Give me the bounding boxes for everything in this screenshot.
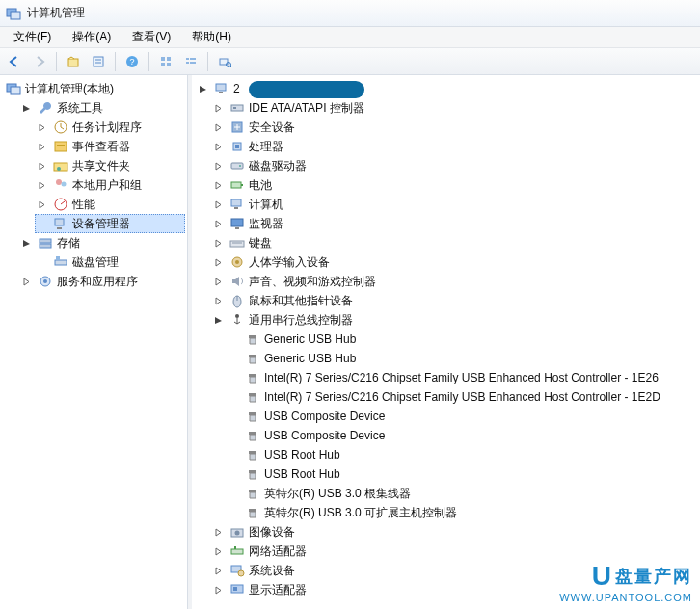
sidebar-storage[interactable]: 存储	[19, 233, 185, 252]
svg-rect-31	[40, 239, 51, 243]
usb-device[interactable]: USB Root Hub	[227, 464, 698, 484]
expander-closed-icon[interactable]	[37, 142, 47, 152]
expander-closed-icon[interactable]	[37, 161, 47, 172]
folder-shared-icon	[53, 158, 68, 173]
devcat-label: 图像设备	[249, 523, 295, 541]
svg-rect-50	[231, 219, 243, 226]
svg-rect-30	[57, 227, 62, 229]
expander-open-icon[interactable]	[213, 315, 224, 326]
expander-closed-icon[interactable]	[213, 142, 224, 152]
help-button[interactable]: ?	[121, 51, 143, 72]
usb-device[interactable]: 英特尔(R) USB 3.0 根集线器	[227, 484, 698, 503]
expander-closed-icon[interactable]	[213, 585, 224, 596]
svg-point-45	[239, 165, 241, 167]
usb-device-icon	[245, 505, 260, 520]
usb-device[interactable]: USB Composite Device	[227, 426, 698, 445]
computer-mgmt-icon	[6, 81, 21, 96]
view-large-button[interactable]	[155, 51, 176, 72]
devcat-sound[interactable]: 声音、视频和游戏控制器	[211, 272, 698, 291]
devcat-keyboard[interactable]: 键盘	[211, 233, 698, 252]
up-button[interactable]	[63, 51, 84, 72]
properties-button[interactable]	[88, 51, 109, 72]
expander-closed-icon[interactable]	[213, 199, 224, 210]
devcat-imaging[interactable]: 图像设备	[211, 522, 698, 542]
svg-rect-13	[190, 58, 196, 60]
view-list-button[interactable]	[180, 51, 202, 72]
usb-device[interactable]: Intel(R) 7 Series/C216 Chipset Family US…	[227, 368, 698, 387]
devcat-monitor[interactable]: 监视器	[211, 214, 698, 233]
expander-closed-icon[interactable]	[213, 161, 224, 172]
security-icon	[229, 119, 245, 135]
expander-closed-icon[interactable]	[213, 296, 224, 306]
expander-closed-icon[interactable]	[37, 199, 47, 210]
devcat-label: 人体学输入设备	[249, 253, 330, 271]
devcat-usb[interactable]: 通用串行总线控制器	[211, 310, 698, 330]
forward-button[interactable]	[29, 51, 50, 72]
svg-rect-10	[161, 63, 165, 66]
svg-rect-22	[55, 142, 67, 151]
expander-closed-icon[interactable]	[213, 122, 224, 133]
usb-device-label: USB Root Hub	[264, 465, 340, 483]
menu-view[interactable]: 查看(V)	[122, 27, 180, 47]
devtree-root[interactable]: 2	[196, 79, 698, 98]
performance-icon	[53, 197, 68, 212]
expander-open-icon[interactable]	[21, 103, 32, 114]
scan-button[interactable]	[214, 51, 235, 72]
expander-closed-icon[interactable]	[213, 527, 224, 538]
expander-closed-icon[interactable]	[213, 566, 224, 576]
svg-rect-48	[231, 199, 241, 206]
expander-closed-icon[interactable]	[213, 103, 224, 114]
devcat-security[interactable]: 安全设备	[211, 118, 698, 137]
sidebar-system-tools[interactable]: 系统工具	[19, 98, 185, 118]
usb-device[interactable]: Generic USB Hub	[227, 349, 698, 368]
device-mgr-icon	[53, 216, 68, 231]
menu-action[interactable]: 操作(A)	[63, 27, 121, 47]
sidebar-device-manager[interactable]: 设备管理器	[35, 214, 185, 233]
expander-closed-icon[interactable]	[37, 122, 47, 133]
devcat-battery[interactable]: 电池	[211, 175, 698, 195]
expander-open-icon[interactable]	[21, 238, 32, 249]
expander-closed-icon[interactable]	[213, 219, 224, 229]
expander-open-icon[interactable]	[198, 84, 208, 94]
back-button[interactable]	[4, 51, 25, 72]
usb-device[interactable]: Intel(R) 7 Series/C216 Chipset Family US…	[227, 387, 698, 407]
sidebar-performance[interactable]: 性能	[35, 195, 185, 214]
usb-device[interactable]: USB Composite Device	[227, 407, 698, 426]
sidebar-shared-folders[interactable]: 共享文件夹	[35, 156, 185, 175]
usb-device-label: Generic USB Hub	[264, 350, 356, 367]
menu-help[interactable]: 帮助(H)	[182, 27, 241, 47]
expander-closed-icon[interactable]	[37, 180, 47, 191]
sidebar-local-users[interactable]: 本地用户和组	[35, 175, 185, 195]
expander-closed-icon[interactable]	[21, 277, 32, 287]
devcat-label: 计算机	[249, 196, 283, 213]
expander-closed-icon[interactable]	[213, 180, 224, 191]
devcat-computer[interactable]: 计算机	[211, 195, 698, 214]
sidebar-disk-mgmt[interactable]: 磁盘管理	[35, 252, 185, 272]
mouse-icon	[229, 293, 245, 308]
keyboard-icon	[229, 235, 245, 251]
svg-rect-51	[235, 227, 239, 229]
devtree-root-label: 2	[233, 80, 240, 97]
sidebar-event-viewer[interactable]: 事件查看器	[35, 137, 185, 156]
devcat-disk[interactable]: 磁盘驱动器	[211, 156, 698, 175]
usb-device[interactable]: USB Root Hub	[227, 445, 698, 464]
sidebar-services[interactable]: 服务和应用程序	[19, 272, 185, 291]
svg-rect-9	[167, 57, 171, 61]
svg-rect-61	[231, 549, 243, 554]
devcat-hid[interactable]: 人体学输入设备	[211, 252, 698, 272]
devcat-ide[interactable]: IDE ATA/ATAPI 控制器	[211, 98, 698, 118]
usb-device[interactable]: Generic USB Hub	[227, 330, 698, 349]
expander-closed-icon[interactable]	[213, 257, 224, 268]
menu-file[interactable]: 文件(F)	[4, 27, 61, 47]
sidebar-task-scheduler[interactable]: 任务计划程序	[35, 118, 185, 137]
expander-closed-icon[interactable]	[213, 277, 224, 287]
devcat-mouse[interactable]: 鼠标和其他指针设备	[211, 291, 698, 310]
usb-device-icon	[245, 486, 260, 501]
devcat-network[interactable]: 网络适配器	[211, 542, 698, 561]
expander-closed-icon[interactable]	[213, 238, 224, 249]
svg-point-64	[238, 570, 244, 576]
usb-device[interactable]: 英特尔(R) USB 3.0 可扩展主机控制器	[227, 503, 698, 522]
expander-closed-icon[interactable]	[213, 546, 224, 557]
devcat-cpu[interactable]: 处理器	[211, 137, 698, 156]
sidebar-root[interactable]: 计算机管理(本地)	[4, 79, 185, 98]
